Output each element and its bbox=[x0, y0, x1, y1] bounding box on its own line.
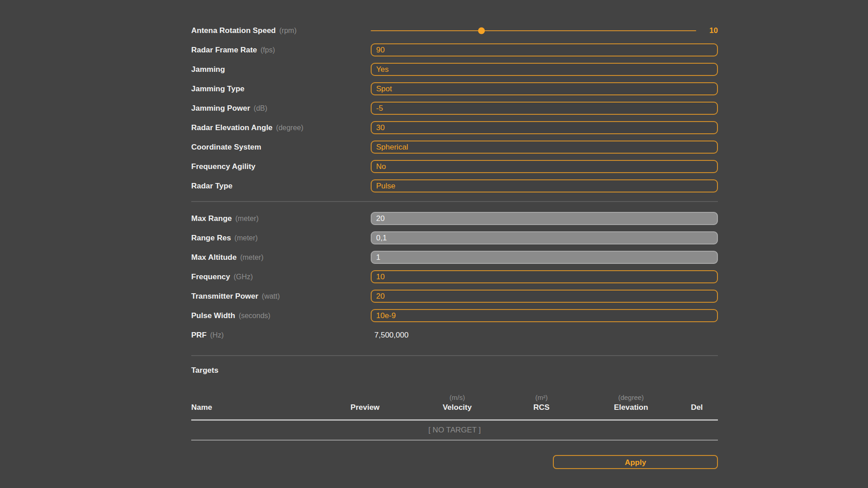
column-unit-preview bbox=[312, 393, 418, 402]
label-text: Jamming Type bbox=[191, 84, 245, 93]
targets-header-names-row: Name Preview Velocity RCS Elevation Del bbox=[191, 402, 718, 413]
frequency-input[interactable] bbox=[371, 270, 718, 283]
field-row-pulse-width: Pulse Width (seconds) bbox=[191, 309, 718, 322]
label-text: Jamming Power bbox=[191, 104, 250, 113]
label-unit: (meter) bbox=[240, 253, 264, 261]
transmitter-power-label: Transmitter Power (watt) bbox=[191, 292, 371, 301]
field-row-radar-frame-rate: Radar Frame Rate (fps) bbox=[191, 43, 718, 56]
prf-value: 7,500,000 bbox=[371, 331, 409, 340]
label-unit: (rpm) bbox=[279, 27, 297, 34]
field-row-range-res: Range Res (meter) bbox=[191, 231, 718, 244]
pulse-width-input[interactable] bbox=[371, 309, 718, 322]
range-res-input bbox=[371, 231, 718, 244]
field-row-jamming-type: Jamming Type bbox=[191, 82, 718, 95]
radar-type-input[interactable] bbox=[371, 179, 718, 192]
coordinate-system-input[interactable] bbox=[371, 141, 718, 154]
column-header-rcs: RCS bbox=[497, 402, 586, 413]
targets-bottom-rule bbox=[191, 440, 718, 441]
range-res-label: Range Res (meter) bbox=[191, 234, 371, 243]
label-unit: (Hz) bbox=[210, 331, 224, 339]
label-unit: (dB) bbox=[254, 104, 267, 112]
frequency-label: Frequency (GHz) bbox=[191, 272, 371, 282]
max-altitude-label: Max Altitude (meter) bbox=[191, 253, 371, 262]
jamming-power-label: Jamming Power (dB) bbox=[191, 104, 371, 113]
column-unit-velocity: (m/s) bbox=[418, 393, 497, 402]
label-text: Frequency bbox=[191, 272, 230, 281]
field-row-jamming: Jamming bbox=[191, 63, 718, 76]
max-range-input bbox=[371, 212, 718, 225]
label-text: Max Range bbox=[191, 214, 232, 223]
max-altitude-input bbox=[371, 251, 718, 264]
antena-rotation-speed-label: Antena Rotation Speed (rpm) bbox=[191, 26, 371, 35]
radar-elevation-angle-input[interactable] bbox=[371, 121, 718, 134]
field-row-max-altitude: Max Altitude (meter) bbox=[191, 251, 718, 264]
field-row-radar-type: Radar Type bbox=[191, 179, 718, 192]
column-header-name: Name bbox=[191, 402, 312, 413]
prf-label: PRF (Hz) bbox=[191, 331, 371, 340]
field-row-prf: PRF (Hz) 7,500,000 bbox=[191, 328, 718, 342]
label-unit: (seconds) bbox=[239, 312, 270, 319]
jamming-power-input[interactable] bbox=[371, 102, 718, 115]
jamming-type-input[interactable] bbox=[371, 82, 718, 95]
targets-table-header: (m/s) (m²) (degree) Name Preview Velocit… bbox=[191, 393, 718, 413]
column-header-velocity: Velocity bbox=[418, 402, 497, 413]
label-text: Radar Frame Rate bbox=[191, 46, 257, 54]
pulse-width-label: Pulse Width (seconds) bbox=[191, 311, 371, 320]
label-text: Radar Type bbox=[191, 182, 232, 190]
field-row-antena-rotation-speed: Antena Rotation Speed (rpm) 10 bbox=[191, 24, 718, 37]
label-unit: (fps) bbox=[260, 46, 275, 54]
label-text: Frequency Agility bbox=[191, 162, 255, 171]
column-header-preview: Preview bbox=[312, 402, 418, 413]
field-row-radar-elevation-angle: Radar Elevation Angle (degree) bbox=[191, 121, 718, 134]
column-header-del: Del bbox=[676, 402, 718, 413]
label-text: Coordinate System bbox=[191, 143, 261, 151]
radar-frame-rate-input[interactable] bbox=[371, 43, 718, 56]
radar-frame-rate-label: Radar Frame Rate (fps) bbox=[191, 46, 371, 55]
label-unit: (meter) bbox=[235, 215, 259, 222]
label-unit: (GHz) bbox=[234, 273, 253, 281]
targets-header-units-row: (m/s) (m²) (degree) bbox=[191, 393, 718, 402]
slider-thumb[interactable] bbox=[478, 27, 485, 34]
jamming-input[interactable] bbox=[371, 63, 718, 76]
label-text: Transmitter Power bbox=[191, 292, 258, 300]
label-unit: (watt) bbox=[262, 292, 280, 300]
apply-button[interactable]: Apply bbox=[553, 455, 718, 469]
transmitter-power-input[interactable] bbox=[371, 290, 718, 303]
label-text: Radar Elevation Angle bbox=[191, 123, 273, 132]
label-text: Jamming bbox=[191, 65, 225, 74]
antena-rotation-speed-value: 10 bbox=[696, 26, 718, 35]
column-header-elevation: Elevation bbox=[586, 402, 676, 413]
radar-settings-panel: Antena Rotation Speed (rpm) 10 Radar Fra… bbox=[191, 0, 718, 469]
targets-title: Targets bbox=[191, 366, 718, 375]
column-unit-name bbox=[191, 393, 312, 402]
field-row-frequency: Frequency (GHz) bbox=[191, 270, 718, 283]
radar-type-label: Radar Type bbox=[191, 182, 371, 191]
field-row-coordinate-system: Coordinate System bbox=[191, 141, 718, 154]
column-unit-rcs: (m²) bbox=[497, 393, 586, 402]
field-row-frequency-agility: Frequency Agility bbox=[191, 160, 718, 173]
targets-empty-row: [ NO TARGET ] bbox=[191, 421, 718, 440]
field-row-transmitter-power: Transmitter Power (watt) bbox=[191, 290, 718, 303]
coordinate-system-label: Coordinate System bbox=[191, 143, 371, 152]
antena-rotation-speed-control: 10 bbox=[371, 26, 718, 35]
section-divider bbox=[191, 201, 718, 202]
label-text: Range Res bbox=[191, 234, 231, 242]
label-unit: (meter) bbox=[235, 234, 258, 242]
column-unit-elevation: (degree) bbox=[586, 393, 676, 402]
radar-elevation-angle-label: Radar Elevation Angle (degree) bbox=[191, 123, 371, 132]
jamming-label: Jamming bbox=[191, 65, 371, 74]
frequency-agility-input[interactable] bbox=[371, 160, 718, 173]
max-range-label: Max Range (meter) bbox=[191, 214, 371, 223]
label-text: Max Altitude bbox=[191, 253, 236, 262]
label-text: Antena Rotation Speed bbox=[191, 26, 276, 35]
no-target-text: [ NO TARGET ] bbox=[428, 426, 481, 435]
section-divider bbox=[191, 355, 718, 356]
column-unit-del bbox=[676, 393, 718, 402]
field-row-jamming-power: Jamming Power (dB) bbox=[191, 102, 718, 115]
label-text: PRF bbox=[191, 331, 207, 339]
field-row-max-range: Max Range (meter) bbox=[191, 212, 718, 225]
frequency-agility-label: Frequency Agility bbox=[191, 162, 371, 171]
antena-rotation-speed-slider[interactable] bbox=[371, 30, 696, 31]
label-unit: (degree) bbox=[276, 124, 303, 131]
label-text: Pulse Width bbox=[191, 311, 235, 320]
